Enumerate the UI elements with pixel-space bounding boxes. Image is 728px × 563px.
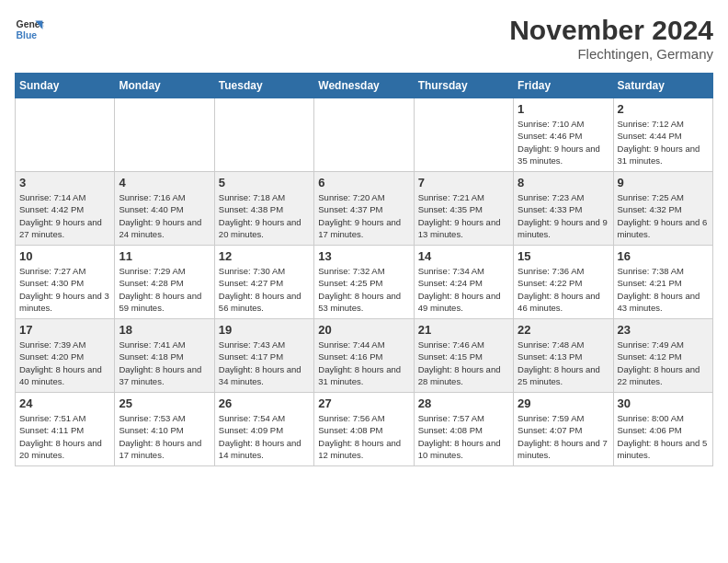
day-info: Sunrise: 7:23 AM Sunset: 4:33 PM Dayligh… <box>518 191 609 240</box>
page-subtitle: Flechtingen, Germany <box>509 46 713 62</box>
title-block: November 2024 Flechtingen, Germany <box>509 15 713 62</box>
calendar-week-row: 17Sunrise: 7:39 AM Sunset: 4:20 PM Dayli… <box>16 319 713 393</box>
calendar-cell: 1Sunrise: 7:10 AM Sunset: 4:46 PM Daylig… <box>514 98 613 172</box>
calendar-cell: 25Sunrise: 7:53 AM Sunset: 4:10 PM Dayli… <box>115 393 214 466</box>
day-header: Sunday <box>16 74 115 98</box>
svg-text:Blue: Blue <box>17 30 38 40</box>
day-info: Sunrise: 7:57 AM Sunset: 4:08 PM Dayligh… <box>418 412 509 461</box>
calendar-cell: 5Sunrise: 7:18 AM Sunset: 4:38 PM Daylig… <box>214 172 313 246</box>
calendar-cell: 7Sunrise: 7:21 AM Sunset: 4:35 PM Daylig… <box>414 172 513 246</box>
day-info: Sunrise: 7:16 AM Sunset: 4:40 PM Dayligh… <box>119 191 210 240</box>
day-info: Sunrise: 7:54 AM Sunset: 4:09 PM Dayligh… <box>219 412 310 461</box>
day-info: Sunrise: 7:53 AM Sunset: 4:10 PM Dayligh… <box>119 412 210 461</box>
day-info: Sunrise: 7:46 AM Sunset: 4:15 PM Dayligh… <box>418 339 509 387</box>
day-info: Sunrise: 7:12 AM Sunset: 4:44 PM Dayligh… <box>618 118 709 167</box>
day-number: 27 <box>318 396 409 410</box>
calendar-cell: 10Sunrise: 7:27 AM Sunset: 4:30 PM Dayli… <box>16 246 115 319</box>
day-number: 25 <box>119 396 210 410</box>
logo: General Blue <box>15 15 44 44</box>
day-info: Sunrise: 7:59 AM Sunset: 4:07 PM Dayligh… <box>518 412 609 461</box>
calendar-cell: 18Sunrise: 7:41 AM Sunset: 4:18 PM Dayli… <box>115 319 214 393</box>
day-header: Friday <box>514 74 613 98</box>
calendar-cell: 15Sunrise: 7:36 AM Sunset: 4:22 PM Dayli… <box>514 246 613 319</box>
calendar-cell: 30Sunrise: 8:00 AM Sunset: 4:06 PM Dayli… <box>613 393 712 466</box>
day-info: Sunrise: 7:44 AM Sunset: 4:16 PM Dayligh… <box>318 339 409 387</box>
day-info: Sunrise: 7:56 AM Sunset: 4:08 PM Dayligh… <box>318 412 409 461</box>
calendar-cell: 8Sunrise: 7:23 AM Sunset: 4:33 PM Daylig… <box>514 172 613 246</box>
calendar-cell: 4Sunrise: 7:16 AM Sunset: 4:40 PM Daylig… <box>115 172 214 246</box>
day-number: 11 <box>119 249 210 263</box>
day-number: 14 <box>418 249 509 263</box>
page-title: November 2024 <box>509 15 713 46</box>
day-number: 15 <box>518 249 609 263</box>
day-info: Sunrise: 7:21 AM Sunset: 4:35 PM Dayligh… <box>418 191 509 240</box>
day-number: 16 <box>618 249 709 263</box>
day-info: Sunrise: 7:27 AM Sunset: 4:30 PM Dayligh… <box>19 265 110 314</box>
day-number: 18 <box>119 323 210 337</box>
day-number: 3 <box>19 176 110 190</box>
day-info: Sunrise: 7:34 AM Sunset: 4:24 PM Dayligh… <box>418 265 509 314</box>
day-number: 5 <box>219 176 310 190</box>
day-info: Sunrise: 7:43 AM Sunset: 4:17 PM Dayligh… <box>219 339 310 387</box>
calendar-cell: 22Sunrise: 7:48 AM Sunset: 4:13 PM Dayli… <box>514 319 613 393</box>
day-number: 9 <box>618 176 709 190</box>
calendar-cell: 11Sunrise: 7:29 AM Sunset: 4:28 PM Dayli… <box>115 246 214 319</box>
calendar-cell <box>414 98 513 172</box>
day-number: 4 <box>119 176 210 190</box>
calendar-cell: 16Sunrise: 7:38 AM Sunset: 4:21 PM Dayli… <box>613 246 712 319</box>
calendar-week-row: 24Sunrise: 7:51 AM Sunset: 4:11 PM Dayli… <box>16 393 713 466</box>
calendar-week-row: 3Sunrise: 7:14 AM Sunset: 4:42 PM Daylig… <box>16 172 713 246</box>
day-info: Sunrise: 7:39 AM Sunset: 4:20 PM Dayligh… <box>19 339 110 387</box>
calendar-cell: 6Sunrise: 7:20 AM Sunset: 4:37 PM Daylig… <box>314 172 414 246</box>
calendar-cell: 28Sunrise: 7:57 AM Sunset: 4:08 PM Dayli… <box>414 393 513 466</box>
day-number: 10 <box>19 249 110 263</box>
calendar-cell: 14Sunrise: 7:34 AM Sunset: 4:24 PM Dayli… <box>414 246 513 319</box>
calendar-week-row: 1Sunrise: 7:10 AM Sunset: 4:46 PM Daylig… <box>16 98 713 172</box>
day-info: Sunrise: 7:29 AM Sunset: 4:28 PM Dayligh… <box>119 265 210 314</box>
day-info: Sunrise: 7:32 AM Sunset: 4:25 PM Dayligh… <box>318 265 409 314</box>
calendar-cell: 21Sunrise: 7:46 AM Sunset: 4:15 PM Dayli… <box>414 319 513 393</box>
day-info: Sunrise: 7:51 AM Sunset: 4:11 PM Dayligh… <box>19 412 110 461</box>
day-number: 13 <box>318 249 409 263</box>
day-header: Monday <box>115 74 214 98</box>
day-number: 29 <box>518 396 609 410</box>
day-number: 12 <box>219 249 310 263</box>
calendar-cell <box>314 98 414 172</box>
calendar-cell <box>214 98 313 172</box>
day-info: Sunrise: 7:41 AM Sunset: 4:18 PM Dayligh… <box>119 339 210 387</box>
day-number: 26 <box>219 396 310 410</box>
day-number: 20 <box>318 323 409 337</box>
day-info: Sunrise: 7:36 AM Sunset: 4:22 PM Dayligh… <box>518 265 609 314</box>
calendar-cell: 29Sunrise: 7:59 AM Sunset: 4:07 PM Dayli… <box>514 393 613 466</box>
day-info: Sunrise: 7:49 AM Sunset: 4:12 PM Dayligh… <box>618 339 709 387</box>
day-number: 1 <box>518 102 609 116</box>
day-info: Sunrise: 8:00 AM Sunset: 4:06 PM Dayligh… <box>618 412 709 461</box>
calendar-week-row: 10Sunrise: 7:27 AM Sunset: 4:30 PM Dayli… <box>16 246 713 319</box>
day-number: 22 <box>518 323 609 337</box>
calendar-header-row: SundayMondayTuesdayWednesdayThursdayFrid… <box>16 74 713 98</box>
day-number: 23 <box>618 323 709 337</box>
day-header: Thursday <box>414 74 513 98</box>
calendar-cell <box>16 98 115 172</box>
day-number: 28 <box>418 396 509 410</box>
day-number: 17 <box>19 323 110 337</box>
day-number: 8 <box>518 176 609 190</box>
day-header: Saturday <box>613 74 712 98</box>
day-info: Sunrise: 7:30 AM Sunset: 4:27 PM Dayligh… <box>219 265 310 314</box>
calendar-cell: 19Sunrise: 7:43 AM Sunset: 4:17 PM Dayli… <box>214 319 313 393</box>
day-header: Wednesday <box>314 74 414 98</box>
day-number: 2 <box>618 102 709 116</box>
day-number: 24 <box>19 396 110 410</box>
day-number: 19 <box>219 323 310 337</box>
calendar-cell: 2Sunrise: 7:12 AM Sunset: 4:44 PM Daylig… <box>613 98 712 172</box>
calendar-cell: 9Sunrise: 7:25 AM Sunset: 4:32 PM Daylig… <box>613 172 712 246</box>
day-info: Sunrise: 7:20 AM Sunset: 4:37 PM Dayligh… <box>318 191 409 240</box>
calendar-table: SundayMondayTuesdayWednesdayThursdayFrid… <box>15 73 713 466</box>
day-info: Sunrise: 7:38 AM Sunset: 4:21 PM Dayligh… <box>618 265 709 314</box>
logo-icon: General Blue <box>15 15 44 44</box>
day-info: Sunrise: 7:48 AM Sunset: 4:13 PM Dayligh… <box>518 339 609 387</box>
calendar-cell: 24Sunrise: 7:51 AM Sunset: 4:11 PM Dayli… <box>16 393 115 466</box>
calendar-cell: 20Sunrise: 7:44 AM Sunset: 4:16 PM Dayli… <box>314 319 414 393</box>
calendar-cell: 13Sunrise: 7:32 AM Sunset: 4:25 PM Dayli… <box>314 246 414 319</box>
day-info: Sunrise: 7:25 AM Sunset: 4:32 PM Dayligh… <box>618 191 709 240</box>
